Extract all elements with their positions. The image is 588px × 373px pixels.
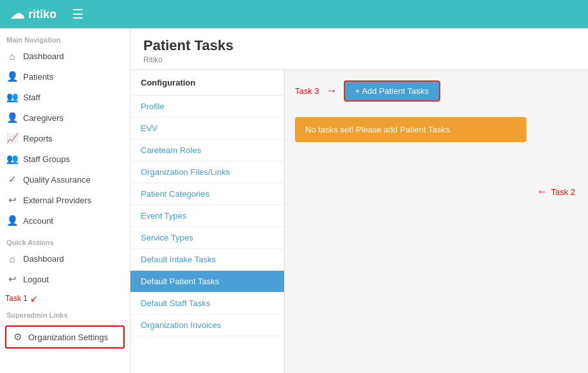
- add-button-row: Task 3 → + Add Patient Tasks: [295, 80, 578, 102]
- config-menu-item-org-invoices[interactable]: Organization Invoices: [130, 314, 284, 336]
- task2-annotation: ← Task 2: [537, 186, 575, 197]
- task3-label: Task 3: [295, 86, 319, 96]
- task1-arrow-icon: ↙: [30, 293, 38, 304]
- config-menu-item-event-types[interactable]: Event Types: [130, 205, 284, 227]
- reports-icon: 📈: [6, 132, 18, 144]
- sidebar-item-label: Account: [23, 216, 53, 226]
- caregivers-icon: 👤: [6, 112, 18, 123]
- qa-icon: ✓: [6, 174, 18, 185]
- home-icon: ⌂: [6, 51, 18, 62]
- page-header: Patient Tasks Ritiko: [130, 28, 588, 70]
- config-menu-item-patient-categories[interactable]: Patient Categories: [130, 183, 284, 205]
- sidebar-item-label: Caregivers: [23, 113, 64, 123]
- sidebar-item-reports[interactable]: 📈 Reports: [0, 128, 130, 149]
- superadmin-box: ⚙ Organization Settings: [5, 325, 125, 349]
- config-menu-item-default-intake-tasks[interactable]: Default Intake Tasks: [130, 249, 284, 271]
- sidebar-item-org-settings[interactable]: ⚙ Organization Settings: [6, 328, 123, 346]
- sidebar-item-label: Dashboard: [23, 254, 64, 264]
- sidebar-item-quality-assurance[interactable]: ✓ Quality Assurance: [0, 169, 130, 190]
- staff-icon: 👥: [6, 91, 18, 103]
- patients-icon: 👤: [6, 71, 18, 82]
- sidebar-item-label: Staff Groups: [23, 154, 70, 164]
- sidebar-item-label: Organization Settings: [28, 332, 108, 342]
- task2-arrow-icon: ←: [537, 186, 547, 197]
- sidebar-item-logout[interactable]: ↩ Logout: [0, 269, 130, 289]
- sidebar-item-patients[interactable]: 👤 Patients: [0, 66, 130, 87]
- logo-area: ☁ ritiko: [10, 6, 57, 23]
- top-header: ☁ ritiko ☰: [0, 0, 588, 28]
- sidebar-item-label: Quality Assurance: [23, 175, 91, 185]
- sidebar-item-external-providers[interactable]: ↩ External Providers: [0, 190, 130, 210]
- sidebar-item-dashboard[interactable]: ⌂ Dashboard: [0, 46, 130, 66]
- config-menu-item-careteam-roles[interactable]: Careteam Roles: [130, 140, 284, 161]
- task1-annotation: Task 1 ↙: [0, 289, 130, 304]
- cloud-logo-icon: ☁: [10, 6, 24, 23]
- content-area: Configuration Profile EVV Careteam Roles…: [130, 70, 588, 373]
- sidebar-item-staff-groups[interactable]: 👥 Staff Groups: [0, 149, 130, 169]
- sidebar-item-label: Staff: [23, 93, 40, 102]
- logout-icon: ↩: [6, 273, 18, 285]
- sidebar-item-label: Logout: [23, 275, 49, 284]
- page-subtitle: Ritiko: [143, 55, 575, 64]
- sidebar-item-account[interactable]: 👤 Account: [0, 210, 130, 231]
- sidebar-item-label: Dashboard: [23, 51, 64, 61]
- config-menu-item-evv[interactable]: EVV: [130, 118, 284, 140]
- sidebar-item-label: Patients: [23, 72, 53, 82]
- sidebar-item-label: External Providers: [23, 196, 91, 205]
- task1-label: Task 1: [5, 294, 28, 303]
- superadmin-label: Superadmin Links: [0, 304, 130, 322]
- external-providers-icon: ↩: [6, 194, 18, 206]
- task3-arrow-icon: →: [326, 84, 337, 98]
- quick-actions-label: Quick Actions: [0, 231, 130, 249]
- config-menu-item-org-files[interactable]: Organization Files/Links: [130, 161, 284, 183]
- sidebar: Main Navigation ⌂ Dashboard 👤 Patients 👥…: [0, 28, 130, 373]
- right-panel: Task 3 → + Add Patient Tasks No tasks se…: [285, 70, 588, 373]
- config-menu-item-default-patient-tasks[interactable]: Default Patient Tasks: [130, 271, 284, 293]
- config-menu-item-default-staff-tasks[interactable]: Default Staff Tasks: [130, 293, 284, 314]
- config-menu-header: Configuration: [130, 70, 284, 96]
- add-patient-tasks-button[interactable]: + Add Patient Tasks: [344, 80, 440, 102]
- task2-label: Task 2: [551, 187, 575, 197]
- staff-groups-icon: 👥: [6, 153, 18, 165]
- hamburger-button[interactable]: ☰: [72, 6, 84, 22]
- gear-icon: ⚙: [12, 331, 23, 343]
- logo-text: ritiko: [28, 8, 57, 21]
- config-menu-item-profile[interactable]: Profile: [130, 96, 284, 118]
- config-menu-item-service-types[interactable]: Service Types: [130, 227, 284, 249]
- config-menu: Configuration Profile EVV Careteam Roles…: [130, 70, 285, 373]
- no-tasks-alert: No tasks set! Please add Patient Tasks.: [295, 117, 526, 142]
- sidebar-item-staff[interactable]: 👥 Staff: [0, 87, 130, 107]
- sidebar-item-caregivers[interactable]: 👤 Caregivers: [0, 107, 130, 128]
- quick-home-icon: ⌂: [6, 253, 18, 264]
- main-content: Patient Tasks Ritiko Configuration Profi…: [130, 28, 588, 373]
- sidebar-item-label: Reports: [23, 134, 53, 143]
- no-tasks-row: No tasks set! Please add Patient Tasks.: [295, 109, 578, 142]
- main-nav-label: Main Navigation: [0, 28, 130, 46]
- page-title: Patient Tasks: [143, 37, 575, 54]
- account-icon: 👤: [6, 215, 18, 226]
- sidebar-item-quick-dashboard[interactable]: ⌂ Dashboard: [0, 249, 130, 269]
